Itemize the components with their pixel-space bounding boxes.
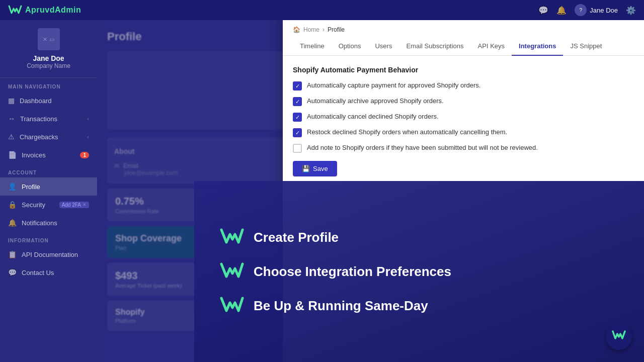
checkbox-label-cb2: Automatically archive approved Shopify o…: [307, 97, 444, 106]
checkbox-row-cb4: ✓Restock declined Shopify orders when au…: [293, 128, 634, 137]
tab-timeline[interactable]: Timeline: [293, 37, 332, 56]
checkbox-row-cb2: ✓Automatically archive approved Shopify …: [293, 97, 634, 106]
sidebar-item-security[interactable]: 🔒SecurityAdd 2FA ✕: [0, 196, 97, 214]
save-label: Save: [313, 165, 328, 172]
sidebar-icon-api-docs: 📋: [8, 250, 17, 258]
main-layout: ✕ ▭ Jane Doe Company Name MAIN NAVIGATIO…: [0, 20, 644, 362]
settings-icon[interactable]: ⚙️: [626, 6, 636, 15]
checkbox-row-cb5: Add note to Shopify orders if they have …: [293, 143, 634, 153]
checkbox-row-cb1: ✓Automatically capture payment for appro…: [293, 81, 634, 90]
sidebar-item-transactions[interactable]: ↔Transactions‹: [0, 110, 97, 128]
logo-area: ApruvdAdmin: [8, 5, 81, 16]
logo-icon: [8, 5, 22, 16]
save-button[interactable]: 💾 Save: [293, 161, 337, 176]
sidebar-icon-invoices: 📄: [8, 151, 17, 159]
checkbox-label-cb3: Automatically cancel declined Shopify or…: [307, 112, 439, 121]
sidebar-item-profile[interactable]: 👤Profile: [0, 177, 97, 196]
breadcrumb: 🏠 Home › Profile: [283, 20, 644, 33]
sidebar-label-chargebacks: Chargebacks: [20, 133, 58, 141]
feature-text-f1: Create Profile: [254, 230, 339, 245]
feature-row-f1: Create Profile: [219, 227, 619, 247]
feature-text-f3: Be Up & Running Same-Day: [254, 298, 428, 314]
checkbox-row-cb3: ✓Automatically cancel declined Shopify o…: [293, 112, 634, 122]
top-nav-right: 💬 🔔 ? Jane Doe ⚙️: [538, 4, 636, 16]
sidebar-icon-notifications: 🔔: [8, 219, 17, 227]
feature-row-f3: Be Up & Running Same-Day: [219, 296, 619, 316]
sidebar-section-label: MAIN NAVIGATION: [0, 78, 97, 92]
user-name-nav: Jane Doe: [590, 7, 618, 14]
sidebar-icon-profile: 👤: [8, 183, 17, 191]
checkbox-label-cb1: Automatically capture payment for approv…: [307, 81, 480, 90]
sidebar-icon-dashboard: ▦: [8, 97, 15, 105]
sidebar-item-notifications[interactable]: 🔔Notifications: [0, 214, 97, 232]
sidebar-company: Company Name: [27, 62, 70, 69]
sidebar-icon-chargebacks: ⚠: [8, 133, 15, 141]
breadcrumb-home[interactable]: Home: [303, 26, 319, 33]
checkbox-cb5[interactable]: [293, 144, 302, 153]
tab-options[interactable]: Options: [332, 37, 368, 56]
sidebar-arrow-transactions: ‹: [87, 116, 89, 122]
chat-icon[interactable]: 💬: [538, 6, 548, 15]
sidebar-label-transactions: Transactions: [20, 115, 57, 123]
tab-users[interactable]: Users: [368, 37, 399, 56]
sidebar-label-profile: Profile: [22, 183, 40, 191]
tab-js-snippet[interactable]: JS Snippet: [563, 37, 609, 56]
top-navbar: ApruvdAdmin 💬 🔔 ? Jane Doe ⚙️: [0, 0, 644, 20]
sidebar-label-notifications: Notifications: [22, 219, 57, 227]
feature-icon-f1: [219, 227, 245, 247]
modal-tabs: TimelineOptionsUsersEmail SubscriptionsA…: [283, 37, 644, 56]
tab-integrations[interactable]: Integrations: [512, 37, 563, 56]
sidebar-label-dashboard: Dashboard: [20, 97, 52, 105]
sidebar: ✕ ▭ Jane Doe Company Name MAIN NAVIGATIO…: [0, 20, 97, 362]
save-icon: 💾: [302, 165, 310, 172]
checkbox-cb1[interactable]: ✓: [293, 81, 302, 90]
feature-icon-f3: [219, 296, 245, 316]
sidebar-label-invoices: Invoices: [22, 151, 46, 159]
sidebar-user-name: Jane Doe: [33, 54, 64, 62]
sidebar-item-contact[interactable]: 💬Contact Us: [0, 263, 97, 282]
sidebar-label-contact: Contact Us: [22, 269, 54, 277]
checkbox-label-cb5: Add note to Shopify orders if they have …: [307, 143, 538, 152]
sidebar-avatar: ✕ ▭: [38, 28, 60, 50]
tab-api-keys[interactable]: API Keys: [471, 37, 512, 56]
sidebar-label-security: Security: [22, 201, 45, 209]
section-title: Shopify Automatic Payment Behavior: [293, 66, 634, 74]
sidebar-icon-contact: 💬: [8, 268, 17, 277]
sidebar-item-invoices[interactable]: 📄Invoices1: [0, 146, 97, 164]
feature-text-f2: Choose Integration Preferences: [254, 264, 451, 280]
checkboxes: ✓Automatically capture payment for appro…: [293, 81, 634, 153]
fab-button[interactable]: [606, 324, 632, 350]
sidebar-arrow-chargebacks: ‹: [87, 134, 89, 140]
sidebar-item-chargebacks[interactable]: ⚠Chargebacks‹: [0, 128, 97, 146]
fab-icon: [612, 330, 626, 344]
sidebar-icon-transactions: ↔: [8, 115, 15, 123]
sidebar-badge-invoices: 1: [80, 152, 89, 158]
app-name: ApruvdAdmin: [25, 6, 81, 15]
sidebar-nav: MAIN NAVIGATION▦Dashboard↔Transactions‹⚠…: [0, 78, 97, 282]
sidebar-item-api-docs[interactable]: 📋API Documentation: [0, 245, 97, 263]
sidebar-item-dashboard[interactable]: ▦Dashboard: [0, 92, 97, 110]
breadcrumb-separator: ›: [323, 26, 325, 33]
breadcrumb-current: Profile: [328, 26, 345, 33]
sidebar-badge-add-security: Add 2FA ✕: [59, 202, 89, 208]
feature-row-f2: Choose Integration Preferences: [219, 261, 619, 282]
features-section: Create Profile Choose Integration Prefer…: [194, 181, 644, 362]
sidebar-icon-security: 🔒: [8, 201, 17, 209]
sidebar-section-label: INFORMATION: [0, 232, 97, 245]
content-area: Profile ✕ ▭ Jane Doe Company Na: [97, 20, 644, 362]
checkbox-cb2[interactable]: ✓: [293, 97, 302, 106]
sidebar-label-api-docs: API Documentation: [22, 251, 78, 258]
checkbox-label-cb4: Restock declined Shopify orders when aut…: [307, 128, 507, 137]
avatar: ?: [575, 4, 587, 16]
sidebar-profile: ✕ ▭ Jane Doe Company Name: [0, 20, 97, 78]
bell-icon[interactable]: 🔔: [556, 6, 567, 15]
sidebar-section-label: ACCOUNT: [0, 164, 97, 177]
checkbox-cb3[interactable]: ✓: [293, 113, 302, 122]
feature-icon-f2: [219, 261, 245, 282]
checkbox-cb4[interactable]: ✓: [293, 128, 302, 137]
user-menu[interactable]: ? Jane Doe: [575, 4, 618, 16]
tab-email-subscriptions[interactable]: Email Subscriptions: [399, 37, 470, 56]
